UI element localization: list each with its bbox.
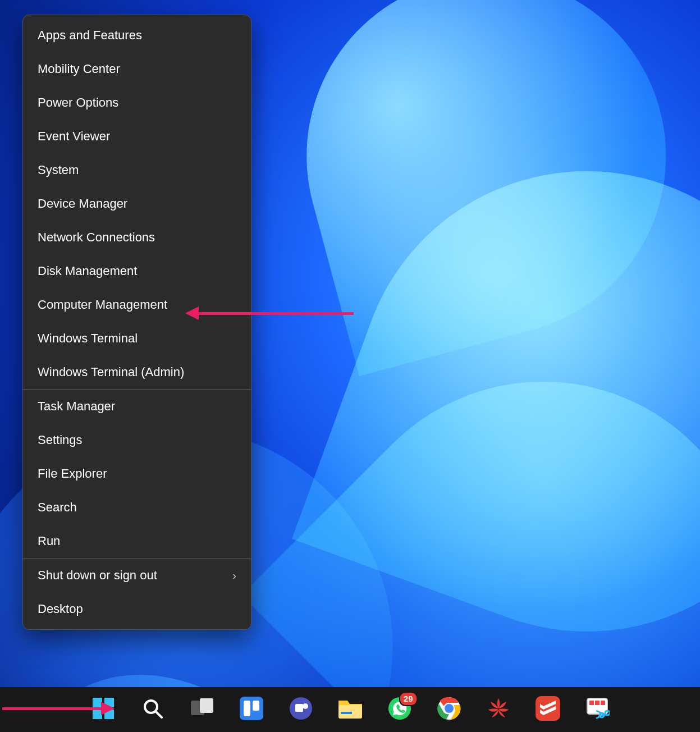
svg-rect-0: [93, 698, 102, 707]
trello-icon: [240, 697, 263, 722]
taskbar-snip-button[interactable]: [584, 696, 611, 723]
taskbar-start-button[interactable]: [90, 696, 117, 723]
menu-item-label: Windows Terminal: [38, 322, 138, 355]
svg-rect-2: [93, 710, 102, 719]
menu-item-search[interactable]: Search: [23, 491, 251, 524]
menu-item-label: Windows Terminal (Admin): [38, 355, 184, 389]
taskbar-chrome-button[interactable]: [436, 696, 463, 723]
taskbar-teams-button[interactable]: [287, 696, 314, 723]
menu-item-event-viewer[interactable]: Event Viewer: [23, 120, 251, 153]
winx-context-menu: Apps and FeaturesMobility CenterPower Op…: [22, 15, 251, 630]
menu-item-label: Run: [38, 524, 60, 558]
menu-item-power-options[interactable]: Power Options: [23, 86, 251, 120]
menu-item-label: Apps and Features: [38, 19, 142, 52]
menu-item-disk-management[interactable]: Disk Management: [23, 254, 251, 288]
menu-item-network-connections[interactable]: Network Connections: [23, 221, 251, 254]
menu-item-settings[interactable]: Settings: [23, 423, 251, 457]
huawei-icon: [486, 696, 511, 723]
menu-item-desktop[interactable]: Desktop: [23, 592, 251, 626]
svg-rect-12: [295, 704, 303, 712]
svg-rect-20: [536, 696, 560, 721]
svg-point-13: [303, 703, 308, 709]
menu-item-apps-and-features[interactable]: Apps and Features: [23, 19, 251, 52]
svg-rect-10: [253, 701, 259, 711]
menu-item-file-explorer[interactable]: File Explorer: [23, 457, 251, 491]
svg-rect-23: [595, 701, 600, 705]
menu-item-windows-terminal[interactable]: Windows Terminal: [23, 322, 251, 355]
menu-item-label: Desktop: [38, 592, 83, 626]
taskbar-whatsapp-button[interactable]: 29: [386, 696, 413, 723]
file-explorer-icon: [337, 697, 363, 722]
menu-item-label: Power Options: [38, 86, 118, 120]
svg-rect-1: [104, 698, 114, 707]
todoist-icon: [536, 696, 560, 723]
taskbar-file-explorer-button[interactable]: [337, 696, 364, 723]
svg-line-5: [156, 712, 162, 717]
taskbar-task-view-button[interactable]: [189, 696, 216, 723]
menu-item-shut-down-or-sign-out[interactable]: Shut down or sign out›: [23, 559, 251, 592]
taskbar-search-button[interactable]: [139, 696, 166, 723]
svg-rect-24: [601, 701, 605, 705]
snip-icon: [585, 696, 610, 723]
svg-rect-7: [200, 698, 213, 713]
svg-rect-15: [341, 712, 352, 714]
menu-item-device-manager[interactable]: Device Manager: [23, 187, 251, 221]
task-view-icon: [190, 697, 214, 722]
menu-item-label: Mobility Center: [38, 52, 120, 86]
menu-item-windows-terminal-admin-[interactable]: Windows Terminal (Admin): [23, 355, 251, 389]
menu-item-label: Device Manager: [38, 187, 127, 221]
menu-item-label: Task Manager: [38, 390, 115, 423]
menu-item-label: Network Connections: [38, 221, 155, 254]
menu-item-system[interactable]: System: [23, 153, 251, 187]
chevron-right-icon: ›: [232, 559, 236, 592]
menu-item-label: Computer Management: [38, 288, 167, 322]
chrome-icon: [437, 696, 461, 723]
svg-rect-8: [240, 697, 263, 720]
menu-item-label: File Explorer: [38, 457, 107, 491]
menu-item-label: Search: [38, 491, 77, 524]
desktop: Apps and FeaturesMobility CenterPower Op…: [0, 0, 700, 687]
taskbar-todoist-button[interactable]: [534, 696, 561, 723]
svg-rect-22: [589, 701, 594, 705]
menu-item-computer-management[interactable]: Computer Management: [23, 288, 251, 322]
start-icon: [91, 697, 115, 722]
menu-item-label: Settings: [38, 423, 83, 457]
taskbar-huawei-button[interactable]: [485, 696, 512, 723]
menu-item-run[interactable]: Run: [23, 524, 251, 558]
svg-rect-3: [104, 710, 114, 719]
menu-item-label: Disk Management: [38, 254, 137, 288]
teams-icon: [289, 696, 313, 723]
taskbar: 29: [0, 687, 700, 732]
menu-item-label: System: [38, 153, 79, 187]
svg-rect-9: [244, 701, 250, 716]
menu-item-mobility-center[interactable]: Mobility Center: [23, 52, 251, 86]
menu-item-task-manager[interactable]: Task Manager: [23, 390, 251, 423]
menu-item-label: Event Viewer: [38, 120, 110, 153]
notification-badge: 29: [399, 692, 418, 706]
search-icon: [141, 697, 164, 722]
taskbar-trello-button[interactable]: [238, 696, 265, 723]
menu-item-label: Shut down or sign out: [38, 559, 157, 592]
